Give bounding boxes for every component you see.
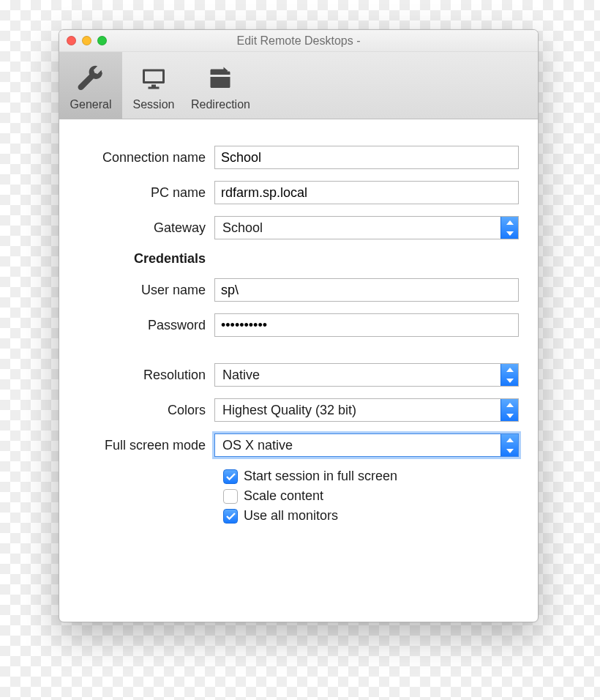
full-screen-mode-label: Full screen mode <box>74 438 214 453</box>
full-screen-mode-select[interactable]: OS X native <box>214 433 519 457</box>
tab-redirection-label: Redirection <box>191 98 250 111</box>
user-name-label: User name <box>74 283 214 298</box>
select-stepper-icon <box>500 217 518 239</box>
wrench-icon <box>75 63 107 95</box>
titlebar: Edit Remote Desktops - <box>59 30 538 52</box>
use-all-monitors-checkbox[interactable] <box>223 509 238 524</box>
zoom-button[interactable] <box>97 36 107 45</box>
tab-session-label: Session <box>133 98 175 111</box>
close-button[interactable] <box>67 36 76 45</box>
minimize-button[interactable] <box>82 36 91 45</box>
gateway-select[interactable]: School <box>214 216 519 239</box>
resolution-select-value: Native <box>222 368 260 383</box>
full-screen-mode-select-value: OS X native <box>222 438 293 453</box>
pc-name-input[interactable] <box>214 181 519 204</box>
password-label: Password <box>74 318 214 333</box>
monitor-icon <box>138 63 170 95</box>
toolbar: General Session Redirection <box>59 52 538 119</box>
window-title: Edit Remote Desktops - <box>59 34 538 48</box>
connection-name-label: Connection name <box>74 150 214 165</box>
resolution-label: Resolution <box>74 368 214 383</box>
pc-name-label: PC name <box>74 185 214 201</box>
colors-label: Colors <box>74 403 214 418</box>
start-full-screen-label: Start session in full screen <box>244 469 397 484</box>
connection-name-input[interactable] <box>214 146 519 169</box>
colors-select-value: Highest Quality (32 bit) <box>222 403 356 418</box>
tab-general[interactable]: General <box>59 52 122 119</box>
select-stepper-icon <box>500 399 518 421</box>
tab-general-label: General <box>70 98 112 111</box>
select-stepper-icon <box>500 364 518 386</box>
form-content: Connection name PC name Gateway School <box>59 119 538 543</box>
traffic-lights <box>67 36 107 45</box>
scale-content-label: Scale content <box>244 488 323 504</box>
credentials-heading: Credentials <box>74 251 214 267</box>
redirection-icon <box>204 63 236 95</box>
user-name-input[interactable] <box>214 278 519 302</box>
tab-session[interactable]: Session <box>122 52 185 119</box>
colors-select[interactable]: Highest Quality (32 bit) <box>214 398 519 422</box>
use-all-monitors-label: Use all monitors <box>244 508 338 524</box>
select-stepper-icon <box>500 434 518 456</box>
tab-redirection[interactable]: Redirection <box>185 52 256 119</box>
scale-content-checkbox[interactable] <box>223 489 238 504</box>
start-full-screen-checkbox[interactable] <box>223 469 238 484</box>
password-input[interactable] <box>214 313 519 337</box>
resolution-select[interactable]: Native <box>214 363 519 387</box>
edit-remote-desktops-window: Edit Remote Desktops - General Session <box>59 29 539 622</box>
gateway-label: Gateway <box>74 220 214 236</box>
gateway-select-value: School <box>222 220 263 236</box>
